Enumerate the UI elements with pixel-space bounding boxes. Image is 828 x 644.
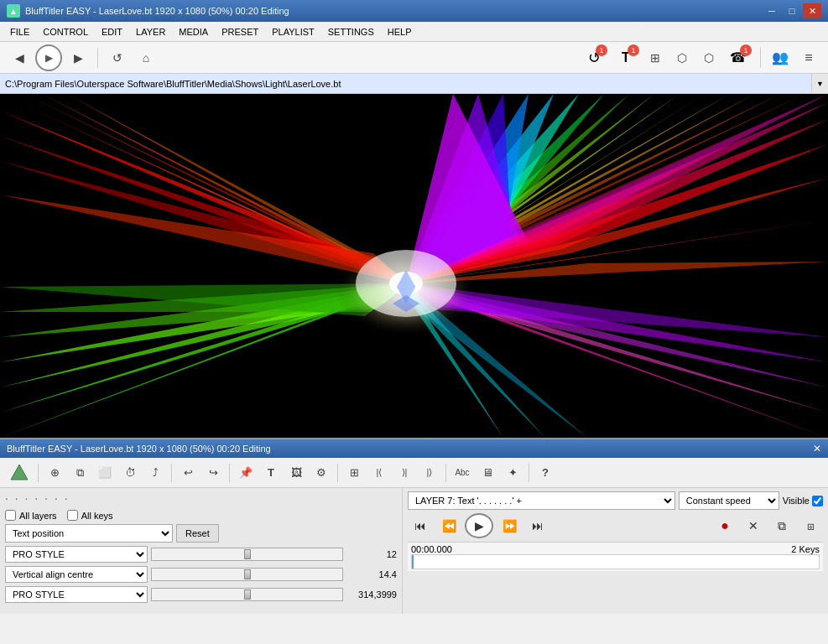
forward-end-btn[interactable]: ⏭: [525, 515, 550, 537]
timeline-cursor: [412, 555, 414, 569]
speed-select[interactable]: Constant speed: [679, 491, 779, 510]
menu-control[interactable]: CONTROL: [36, 24, 95, 39]
rewind-btn[interactable]: ⏪: [436, 515, 461, 537]
reset-button[interactable]: Reset: [176, 524, 219, 543]
layer-d-btn[interactable]: |⟩: [418, 461, 441, 485]
menu-file[interactable]: FILE: [3, 24, 36, 39]
dots-row: · · · · · · ·: [5, 491, 397, 505]
menu-help[interactable]: HELP: [381, 24, 419, 39]
slider-3-thumb[interactable]: [244, 589, 251, 600]
slider-1-thumb[interactable]: [244, 549, 251, 559]
undo-btn[interactable]: ↩: [176, 461, 200, 485]
help-btn[interactable]: ?: [534, 461, 557, 485]
add-btn[interactable]: ⊕: [43, 461, 66, 485]
forward-btn[interactable]: ⏩: [497, 515, 522, 537]
menu-button[interactable]: ≡: [796, 46, 821, 70]
visible-label[interactable]: Visible: [783, 496, 823, 506]
bottom-toolbar: ⊕ ⧉ ⬜ ⏱ ⤴ ↩ ↪ 📌 T 🖼 ⚙ ⊞ |⟨ ⟩| |⟩ Abc 🖥 ✦…: [0, 458, 828, 488]
badge-btn-2[interactable]: T 1: [611, 44, 641, 71]
minimize-button[interactable]: ─: [763, 3, 781, 18]
gear-btn[interactable]: ⚙: [310, 461, 333, 485]
record-btn[interactable]: ●: [712, 515, 737, 537]
close-button[interactable]: ✕: [803, 3, 821, 18]
all-keys-label[interactable]: All keys: [67, 510, 113, 521]
layer-b-btn[interactable]: |⟨: [367, 461, 391, 485]
bottom-window-title: BluffTitler EASY - LaserLove.bt 1920 x 1…: [7, 444, 271, 454]
layer-select[interactable]: LAYER 7: Text '. . . . . . .' +: [408, 491, 675, 510]
refresh-button[interactable]: ↺: [105, 46, 130, 70]
slider-2-track[interactable]: [151, 568, 343, 581]
play-button[interactable]: ▶: [35, 44, 62, 71]
main-toolbar: ◀ ▶ ▶ ↺ ⌂ ↺ 1 T 1 ⊞ ⬡ ⬡ ☎ 1 👥 ≡: [0, 42, 828, 74]
image-btn[interactable]: 🖼: [284, 461, 308, 485]
maximize-button[interactable]: □: [783, 3, 801, 18]
bt-sep-1: [171, 464, 172, 482]
bottom-close-button[interactable]: ✕: [813, 443, 821, 454]
clock-btn[interactable]: ⏱: [118, 461, 142, 485]
badge-btn-phone[interactable]: ☎ 1: [723, 44, 753, 71]
play-trans-btn[interactable]: ▶: [465, 513, 493, 538]
frame-btn[interactable]: ⬜: [93, 461, 117, 485]
all-layers-checkbox[interactable]: [5, 510, 16, 521]
laser-visualization: [0, 94, 828, 438]
redo-btn[interactable]: ↪: [201, 461, 225, 485]
slider-3-select[interactable]: PRO STYLE: [5, 586, 148, 603]
export-btn[interactable]: ⤴: [143, 461, 167, 485]
monitor-btn[interactable]: 🖥: [476, 461, 499, 485]
back-button[interactable]: ◀: [7, 46, 32, 70]
home-button[interactable]: ⌂: [133, 46, 159, 70]
abc-btn[interactable]: Abc: [450, 461, 474, 485]
text-btn[interactable]: T: [259, 461, 283, 485]
slider-1-value: 12: [346, 549, 397, 559]
position-dropdown-row: Text position Camera Background Reset: [5, 524, 397, 543]
menu-layer[interactable]: LAYER: [129, 24, 172, 39]
slider-row-1: PRO STYLE 12: [5, 546, 397, 563]
all-layers-text: All layers: [19, 511, 57, 521]
group-button[interactable]: 👥: [768, 46, 793, 70]
slider-3-value: 314,3999: [346, 589, 397, 600]
menu-settings[interactable]: SETTINGS: [321, 24, 381, 39]
title-bar: ▲ BluffTitler EASY - LaserLove.bt 1920 x…: [0, 0, 828, 22]
pin-btn[interactable]: 📌: [234, 461, 258, 485]
visible-checkbox[interactable]: [812, 496, 823, 506]
address-dropdown-arrow[interactable]: ▼: [811, 74, 828, 93]
slider-1-track[interactable]: [151, 548, 343, 561]
bottom-title-bar: BluffTitler EASY - LaserLove.bt 1920 x 1…: [0, 439, 828, 458]
rewind-end-btn[interactable]: ⏮: [408, 515, 433, 537]
slider-2-thumb[interactable]: [244, 569, 251, 579]
copy-btn[interactable]: ⧉: [68, 461, 91, 485]
paste-btn-transport[interactable]: ⧆: [798, 515, 823, 537]
bt-sep-3: [337, 464, 338, 482]
slider-1-select[interactable]: PRO STYLE: [5, 546, 148, 563]
slider-row-3: PRO STYLE 314,3999: [5, 586, 397, 603]
toolbar-hex-btn[interactable]: ⬡: [696, 46, 721, 70]
toolbar-sep-2: [760, 48, 761, 68]
layer-c-btn[interactable]: ⟩|: [393, 461, 416, 485]
timeline-time-row: 00:00.000 2 Keys: [411, 544, 820, 554]
slider-3-track[interactable]: [151, 588, 343, 601]
menu-media[interactable]: MEDIA: [172, 24, 215, 39]
stop-record-btn[interactable]: ✕: [741, 515, 766, 537]
position-dropdown[interactable]: Text position Camera Background: [5, 524, 173, 543]
all-layers-label[interactable]: All layers: [5, 510, 57, 521]
copy-btn-transport[interactable]: ⧉: [769, 515, 794, 537]
bottom-logo: [5, 460, 34, 486]
slider-2-select[interactable]: Vertical align centre: [5, 566, 148, 583]
address-input[interactable]: [0, 74, 811, 93]
bt-sep-0: [38, 464, 39, 482]
toolbar-grid-btn[interactable]: ⊞: [643, 46, 668, 70]
menu-playlist[interactable]: PLAYLIST: [265, 24, 321, 39]
all-keys-text: All keys: [81, 511, 113, 521]
all-keys-checkbox[interactable]: [67, 510, 78, 521]
toolbar-box-btn[interactable]: ⬡: [669, 46, 695, 70]
timeline-area: 00:00.000 2 Keys: [408, 542, 823, 571]
timeline-track[interactable]: [411, 554, 820, 569]
badge-btn-1[interactable]: ↺ 1: [579, 44, 609, 71]
wand-btn[interactable]: ✦: [501, 461, 524, 485]
layer-a-btn[interactable]: ⊞: [342, 461, 366, 485]
right-controls: LAYER 7: Text '. . . . . . .' + Constant…: [403, 488, 828, 614]
forward-button[interactable]: ▶: [65, 46, 91, 70]
transport-row: ⏮ ⏪ ▶ ⏩ ⏭ ● ✕ ⧉ ⧆: [408, 513, 823, 538]
menu-edit[interactable]: EDIT: [95, 24, 129, 39]
menu-preset[interactable]: PRESET: [215, 24, 265, 39]
